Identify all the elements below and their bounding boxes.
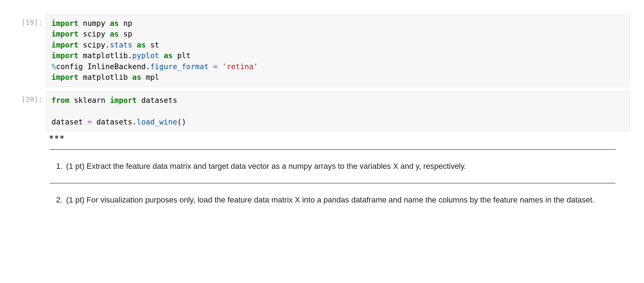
code-text: sklearn (70, 96, 110, 105)
keyword-import: import (51, 73, 78, 82)
code-text: numpy (78, 19, 110, 28)
question-item: 1. (1 pt) Extract the feature data matri… (56, 160, 616, 172)
question-item: 2. (1 pt) For visualization purposes onl… (56, 194, 616, 206)
code-attr: stats (110, 41, 137, 49)
keyword-import: import (51, 30, 78, 38)
question-number: 1. (56, 160, 62, 172)
keyword-import: import (110, 96, 137, 105)
code-text: datasets (137, 96, 177, 105)
cell-prompt: [20]: (14, 91, 46, 103)
keyword-as: as (164, 51, 173, 60)
cell-prompt: [19]: (14, 14, 46, 26)
code-text: np (119, 19, 132, 28)
code-text: scipy (78, 30, 110, 38)
collapsed-indicator[interactable] (14, 135, 630, 139)
keyword-import: import (51, 41, 78, 49)
keyword-as: as (137, 41, 146, 49)
question-text: (1 pt) For visualization purposes only, … (66, 194, 616, 206)
operator: = (87, 118, 92, 126)
code-text: mpl (141, 73, 159, 82)
keyword-as: as (110, 30, 119, 38)
keyword-import: import (51, 19, 78, 28)
keyword-from: from (51, 96, 70, 105)
code-text: st (146, 41, 159, 49)
keyword-as: as (110, 19, 119, 28)
divider (50, 149, 616, 150)
keyword-as: as (132, 73, 141, 82)
code-text: dataset (51, 118, 87, 126)
dot-icon (50, 135, 53, 139)
code-input-area[interactable]: from sklearn import datasets dataset = d… (46, 91, 630, 131)
divider (50, 183, 616, 183)
code-input-area[interactable]: import numpy as np import scipy as sp im… (46, 14, 630, 87)
keyword-import: import (51, 51, 78, 60)
code-text: plt (173, 51, 191, 60)
code-text: scipy. (78, 41, 110, 49)
code-cell[interactable]: [19]: import numpy as np import scipy as… (14, 14, 630, 87)
markdown-cell[interactable]: 1. (1 pt) Extract the feature data matri… (50, 149, 616, 206)
dot-icon (60, 135, 64, 139)
code-text: sp (119, 30, 132, 38)
code-text: matplotlib. (78, 51, 132, 60)
question-number: 2. (56, 194, 62, 206)
code-attr: pyplot (132, 51, 164, 60)
code-text: matplotlib (78, 73, 132, 82)
code-attr: figure_format (150, 62, 213, 71)
code-text: config InlineBackend. (56, 62, 151, 71)
operator: = (213, 62, 218, 71)
code-attr: load_wine (137, 118, 177, 126)
question-text: (1 pt) Extract the feature data matrix a… (66, 160, 616, 172)
parentheses: () (177, 118, 186, 126)
dot-icon (55, 135, 58, 139)
code-text: datasets. (92, 118, 137, 126)
code-cell[interactable]: [20]: from sklearn import datasets datas… (14, 91, 630, 131)
string-literal: 'retina' (218, 62, 258, 71)
magic-prefix: % (51, 62, 56, 71)
